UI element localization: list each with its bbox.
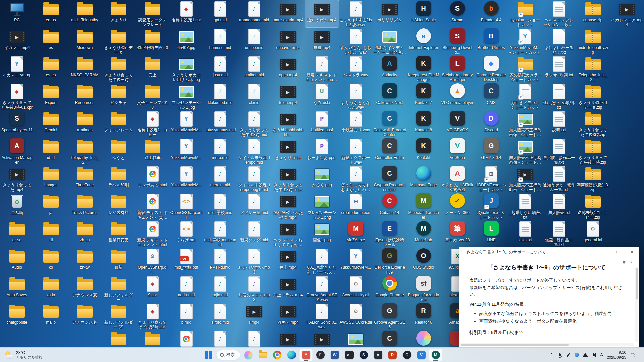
desktop-icon[interactable]: YYukkuriMovieM... bbox=[169, 110, 203, 137]
desktop-icon[interactable]: 説明.txt bbox=[542, 110, 576, 137]
desktop-icon[interactable]: GGIMP 3.0.4 bbox=[474, 137, 508, 165]
desktop-icon[interactable]: きょうり食ってた午後三時.zip bbox=[576, 137, 610, 165]
desktop-icon[interactable]: きょうり食ってた午後3時.zip bbox=[576, 110, 610, 137]
taskbar-app-edge[interactable] bbox=[285, 349, 298, 361]
desktop-icon[interactable]: ♪mero.mid bbox=[203, 137, 237, 165]
taskbar-app-musehub[interactable]: M bbox=[429, 349, 442, 361]
desktop-icon[interactable]: ↗syasinn - ショートカット bbox=[508, 0, 542, 27]
desktop-icon[interactable]: 調声練習(失敗)_3 bbox=[136, 27, 169, 55]
help-icon[interactable]: ? bbox=[630, 260, 632, 265]
desktop-icon[interactable]: DDiscord bbox=[474, 110, 508, 137]
desktop-icon[interactable]: ⚙OpenCvSharp.dll... bbox=[136, 247, 169, 275]
desktop-icon[interactable]: MMuseHub bbox=[407, 220, 440, 247]
desktop-icon[interactable]: Images bbox=[34, 165, 68, 192]
desktop-icon[interactable]: ♪PVTNd.mid bbox=[203, 247, 237, 275]
taskbar-app-firefox[interactable]: F bbox=[314, 349, 327, 361]
desktop-icon[interactable]: ピクチャ bbox=[102, 82, 136, 110]
desktop-icon[interactable]: YYukkuriMovieM... bbox=[169, 165, 203, 192]
desktop-icon[interactable] bbox=[136, 330, 169, 347]
desktop-icon[interactable]: ♪タイトル未設定, tempo.ong1.mid bbox=[237, 165, 271, 192]
desktop-icon[interactable]: TimeTune bbox=[68, 165, 102, 192]
desktop-icon[interactable]: eInternet Explorer bbox=[407, 27, 440, 55]
desktop-icon[interactable]: ◆9.cpr bbox=[136, 275, 169, 302]
taskbar-app-terminal[interactable]: >_ bbox=[342, 349, 356, 361]
desktop-icon[interactable]: 新規 テキスト ドキュメント.html bbox=[136, 220, 169, 247]
desktop-icon[interactable]: ヘルスコンプレッション__歌詞.txt bbox=[542, 0, 576, 27]
desktop-icon[interactable]: ▶Fmp4 bbox=[237, 302, 271, 330]
desktop-icon[interactable]: ♪klokumed.mid bbox=[203, 82, 237, 110]
taskbar-app-word[interactable]: W bbox=[328, 349, 341, 361]
desktop-icon[interactable]: ♪b.mid bbox=[169, 302, 203, 330]
desktop-icon[interactable]: レジ袋有料 bbox=[102, 192, 136, 220]
desktop-icon[interactable]: ♪hamusu.mid bbox=[203, 27, 237, 55]
horizontal-scrollbar-thumb[interactable] bbox=[461, 344, 569, 346]
desktop-icon[interactable]: きょうり食ってた午後三時 bbox=[102, 55, 136, 82]
desktop-icon[interactable]: ♪mid_学校.mid bbox=[203, 192, 237, 220]
desktop-icon[interactable]: PDFmid_学校.pdf bbox=[169, 247, 203, 275]
desktop-icon[interactable]: ◆きょうり食ってた午後3時.cpr bbox=[136, 302, 169, 330]
desktop-icon[interactable]: まにまにわーるど！.txt bbox=[542, 27, 576, 55]
desktop-icon[interactable]: ♪わかりやすい.mp3 bbox=[237, 247, 271, 275]
desktop-icon[interactable]: PUntitled.ppsf bbox=[305, 110, 339, 137]
desktop-icon[interactable]: chatgpt-site bbox=[0, 302, 34, 330]
menu-icon[interactable]: ≡ bbox=[623, 260, 626, 265]
desktop-icon[interactable]: アナウンス冬 bbox=[68, 302, 102, 330]
desktop-icon[interactable]: ▶ bbox=[271, 330, 305, 347]
desktop-icon[interactable]: bBlender 4.4 bbox=[474, 0, 508, 27]
desktop-icon[interactable]: ⊞↗HDDFMT.exe - ショートカット bbox=[474, 165, 508, 192]
desktop-icon[interactable]: プレゼンテーション1.png bbox=[305, 192, 339, 220]
desktop-icon[interactable]: ↗無人販売不正行為 画像 - ショートカット bbox=[508, 110, 542, 137]
desktop-icon[interactable]: Audio bbox=[0, 247, 34, 275]
desktop-icon[interactable]: ♪ずんだもん_しおかぜふ..wav bbox=[339, 27, 373, 55]
desktop-icon[interactable]: ⊞createdump.exe bbox=[339, 192, 373, 220]
desktop-icon[interactable]: <>OpenCvSharp.xml bbox=[169, 192, 203, 220]
desktop-icon[interactable]: 無題 - 親作品一覧.txt bbox=[542, 220, 576, 247]
desktop-icon[interactable]: きょうり調声用データ.zip bbox=[576, 82, 610, 110]
desktop-icon[interactable] bbox=[169, 330, 203, 347]
desktop-icon[interactable]: CCakewalk Next bbox=[373, 82, 407, 110]
desktop-icon[interactable]: 調査用データテンプレート bbox=[136, 0, 169, 27]
desktop-icon[interactable]: 65407.jpg bbox=[169, 27, 203, 55]
desktop-icon[interactable]: id-id bbox=[34, 137, 68, 165]
desktop-icon[interactable]: GGeForce Experience bbox=[373, 247, 407, 275]
desktop-icon[interactable]: ▶羽尻へ.mp4 bbox=[271, 302, 305, 330]
desktop-icon[interactable] bbox=[407, 330, 440, 347]
desktop-icon[interactable]: ♪タイトル未設定, tempo.mid bbox=[237, 137, 271, 165]
taskbar-app-steam[interactable]: S bbox=[357, 349, 370, 361]
desktop-icon[interactable]: 路上駐車 bbox=[136, 137, 169, 165]
horizontal-scrollbar[interactable] bbox=[460, 343, 634, 346]
desktop-icon[interactable]: 死にたい_ぬ歌詞.txt bbox=[542, 82, 576, 110]
desktop-icon[interactable]: ▶きょうり食ってた.mp4 bbox=[0, 165, 34, 192]
desktop-icon[interactable]: HHALion Sonic bbox=[407, 0, 440, 27]
show-desktop-button[interactable] bbox=[639, 348, 640, 362]
desktop-icon[interactable]: SSteinberg Downlo... bbox=[440, 27, 474, 55]
desktop-icon[interactable]: Gemini bbox=[34, 110, 68, 137]
desktop-icon[interactable]: テンポあて.html bbox=[136, 165, 169, 192]
desktop-icon[interactable]: J↗JQuake.exe - ショートカット bbox=[474, 192, 508, 220]
desktop-icon[interactable]: malib bbox=[34, 302, 68, 330]
desktop-icon[interactable]: 無人販売.txt bbox=[542, 192, 576, 220]
desktop-icon[interactable]: sfPlogue sforzando x64 bbox=[407, 275, 440, 302]
desktop-icon[interactable]: en-us bbox=[34, 0, 68, 27]
desktop-icon[interactable]: 営業日変更 bbox=[102, 220, 136, 247]
desktop-icon[interactable]: ▶イカレマニア.mp4 bbox=[610, 0, 644, 27]
desktop-icon[interactable]: CController Editor bbox=[373, 137, 407, 165]
desktop-icon[interactable]: OOBS Studio bbox=[407, 247, 440, 275]
desktop-icon[interactable]: ⚙general.ini bbox=[576, 220, 610, 247]
desktop-icon[interactable]: KKontakt 8 bbox=[407, 110, 440, 137]
desktop-icon[interactable]: RReaktor 6 bbox=[407, 302, 440, 330]
desktop-icon[interactable]: ▶open.mp4 bbox=[271, 55, 305, 82]
desktop-icon[interactable]: ♪こっちもhすまfdsbぶあ.wav bbox=[339, 0, 373, 27]
desktop-icon[interactable]: きょうり bbox=[102, 0, 136, 27]
desktop-icon[interactable]: ▶ヘッドフォンおすしててよかった.mp4 bbox=[271, 220, 305, 247]
desktop-icon[interactable]: ♻ごみ箱 bbox=[0, 192, 34, 220]
desktop-icon[interactable]: CCakewalk Product Center bbox=[373, 110, 407, 137]
desktop-icon[interactable]: ラベル印刷 bbox=[102, 165, 136, 192]
desktop-icon[interactable]: ⚙Accessibility.dll bbox=[339, 275, 373, 302]
desktop-icon[interactable]: 通知うぜえ - 親作品一覧.txt bbox=[542, 165, 576, 192]
desktop[interactable]: PC▶イカマニ.mp4Yイカマニ.ymmp◆きょうり食ってた午後3時-01.cp… bbox=[0, 0, 644, 362]
taskbar-app-copilot[interactable] bbox=[241, 349, 255, 361]
desktop-icon[interactable]: ar-sa bbox=[0, 220, 34, 247]
desktop-icon[interactable]: CCMS bbox=[474, 82, 508, 110]
desktop-icon[interactable] bbox=[339, 330, 373, 347]
